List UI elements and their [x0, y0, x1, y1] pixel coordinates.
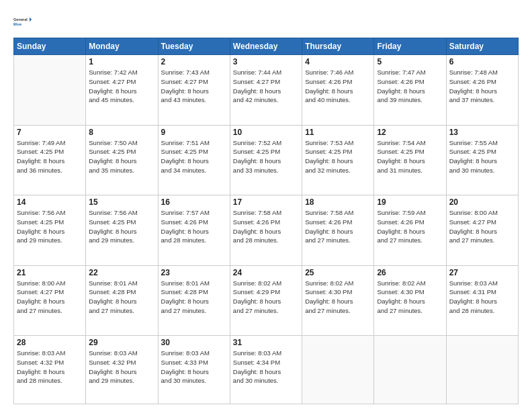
- calendar-cell: 26Sunrise: 8:02 AM Sunset: 4:30 PM Dayli…: [374, 265, 446, 336]
- header: General Blue: [13, 12, 519, 31]
- day-number: 3: [233, 57, 299, 66]
- calendar-cell: 11Sunrise: 7:53 AM Sunset: 4:25 PM Dayli…: [302, 125, 374, 195]
- week-row-3: 14Sunrise: 7:56 AM Sunset: 4:25 PM Dayli…: [14, 195, 519, 266]
- calendar-table: SundayMondayTuesdayWednesdayThursdayFrid…: [13, 38, 519, 404]
- calendar-cell: 23Sunrise: 8:01 AM Sunset: 4:28 PM Dayli…: [158, 265, 230, 336]
- day-number: 15: [89, 197, 154, 207]
- day-number: 4: [305, 57, 371, 66]
- weekday-header-row: SundayMondayTuesdayWednesdayThursdayFrid…: [14, 38, 519, 55]
- day-info: Sunrise: 8:02 AM Sunset: 4:30 PM Dayligh…: [305, 279, 371, 316]
- day-number: 26: [377, 268, 443, 277]
- day-info: Sunrise: 7:52 AM Sunset: 4:25 PM Dayligh…: [233, 138, 299, 175]
- calendar-cell: 17Sunrise: 7:58 AM Sunset: 4:26 PM Dayli…: [230, 195, 302, 266]
- day-number: 19: [377, 197, 443, 207]
- calendar-cell: [446, 336, 518, 404]
- calendar-cell: 5Sunrise: 7:47 AM Sunset: 4:26 PM Daylig…: [374, 55, 446, 126]
- day-info: Sunrise: 8:03 AM Sunset: 4:32 PM Dayligh…: [17, 349, 83, 385]
- day-info: Sunrise: 8:01 AM Sunset: 4:28 PM Dayligh…: [161, 279, 227, 316]
- weekday-header-thursday: Thursday: [302, 38, 374, 55]
- day-number: 16: [161, 197, 227, 207]
- day-info: Sunrise: 7:54 AM Sunset: 4:25 PM Dayligh…: [377, 138, 443, 175]
- weekday-header-sunday: Sunday: [14, 38, 86, 55]
- calendar-cell: 19Sunrise: 7:59 AM Sunset: 4:26 PM Dayli…: [374, 195, 446, 266]
- day-number: 10: [233, 128, 299, 137]
- day-info: Sunrise: 7:58 AM Sunset: 4:26 PM Dayligh…: [233, 208, 299, 245]
- calendar-cell: 9Sunrise: 7:51 AM Sunset: 4:25 PM Daylig…: [158, 125, 230, 195]
- day-number: 24: [233, 268, 299, 277]
- day-number: 20: [449, 197, 515, 207]
- day-number: 29: [89, 338, 154, 347]
- calendar-cell: 16Sunrise: 7:57 AM Sunset: 4:26 PM Dayli…: [158, 195, 230, 266]
- day-number: 2: [161, 57, 227, 66]
- calendar-cell: [302, 336, 374, 404]
- day-info: Sunrise: 7:48 AM Sunset: 4:26 PM Dayligh…: [449, 68, 515, 105]
- day-info: Sunrise: 7:43 AM Sunset: 4:27 PM Dayligh…: [161, 68, 227, 105]
- day-info: Sunrise: 7:53 AM Sunset: 4:25 PM Dayligh…: [305, 138, 371, 175]
- day-number: 7: [17, 128, 83, 137]
- day-number: 22: [89, 268, 154, 277]
- calendar-cell: 29Sunrise: 8:03 AM Sunset: 4:32 PM Dayli…: [86, 336, 158, 404]
- day-number: 11: [305, 128, 371, 137]
- day-info: Sunrise: 8:03 AM Sunset: 4:32 PM Dayligh…: [89, 349, 154, 385]
- week-row-5: 28Sunrise: 8:03 AM Sunset: 4:32 PM Dayli…: [14, 336, 519, 404]
- day-info: Sunrise: 7:47 AM Sunset: 4:26 PM Dayligh…: [377, 68, 443, 105]
- calendar-cell: 25Sunrise: 8:02 AM Sunset: 4:30 PM Dayli…: [302, 265, 374, 336]
- day-info: Sunrise: 8:00 AM Sunset: 4:27 PM Dayligh…: [449, 208, 515, 245]
- week-row-1: 1Sunrise: 7:42 AM Sunset: 4:27 PM Daylig…: [14, 55, 519, 126]
- day-info: Sunrise: 7:56 AM Sunset: 4:25 PM Dayligh…: [89, 208, 154, 245]
- calendar-cell: 7Sunrise: 7:49 AM Sunset: 4:25 PM Daylig…: [14, 125, 86, 195]
- day-info: Sunrise: 8:01 AM Sunset: 4:28 PM Dayligh…: [89, 279, 154, 316]
- calendar-cell: 14Sunrise: 7:56 AM Sunset: 4:25 PM Dayli…: [14, 195, 86, 266]
- calendar-cell: 8Sunrise: 7:50 AM Sunset: 4:25 PM Daylig…: [86, 125, 158, 195]
- calendar-cell: 6Sunrise: 7:48 AM Sunset: 4:26 PM Daylig…: [446, 55, 518, 126]
- calendar-cell: 31Sunrise: 8:03 AM Sunset: 4:34 PM Dayli…: [230, 336, 302, 404]
- day-number: 5: [377, 57, 443, 66]
- day-number: 31: [233, 338, 299, 347]
- calendar-cell: 13Sunrise: 7:55 AM Sunset: 4:25 PM Dayli…: [446, 125, 518, 195]
- calendar-cell: 21Sunrise: 8:00 AM Sunset: 4:27 PM Dayli…: [14, 265, 86, 336]
- page: General Blue SundayMondayTuesdayWednesda…: [0, 0, 532, 411]
- day-number: 25: [305, 268, 371, 277]
- week-row-4: 21Sunrise: 8:00 AM Sunset: 4:27 PM Dayli…: [14, 265, 519, 336]
- day-number: 14: [17, 197, 83, 207]
- day-info: Sunrise: 8:02 AM Sunset: 4:30 PM Dayligh…: [377, 279, 443, 316]
- calendar-cell: 27Sunrise: 8:03 AM Sunset: 4:31 PM Dayli…: [446, 265, 518, 336]
- day-info: Sunrise: 7:55 AM Sunset: 4:25 PM Dayligh…: [449, 138, 515, 175]
- day-number: 23: [161, 268, 227, 277]
- calendar-cell: 15Sunrise: 7:56 AM Sunset: 4:25 PM Dayli…: [86, 195, 158, 266]
- svg-text:Blue: Blue: [13, 22, 21, 26]
- weekday-header-wednesday: Wednesday: [230, 38, 302, 55]
- weekday-header-saturday: Saturday: [446, 38, 518, 55]
- calendar-cell: 2Sunrise: 7:43 AM Sunset: 4:27 PM Daylig…: [158, 55, 230, 126]
- day-number: 6: [449, 57, 515, 66]
- day-info: Sunrise: 8:03 AM Sunset: 4:31 PM Dayligh…: [449, 279, 515, 316]
- day-number: 17: [233, 197, 299, 207]
- day-number: 12: [377, 128, 443, 137]
- day-number: 8: [89, 128, 154, 137]
- calendar-cell: 22Sunrise: 8:01 AM Sunset: 4:28 PM Dayli…: [86, 265, 158, 336]
- calendar-cell: 12Sunrise: 7:54 AM Sunset: 4:25 PM Dayli…: [374, 125, 446, 195]
- calendar-cell: 4Sunrise: 7:46 AM Sunset: 4:26 PM Daylig…: [302, 55, 374, 126]
- day-info: Sunrise: 7:49 AM Sunset: 4:25 PM Dayligh…: [17, 138, 83, 175]
- calendar-cell: 28Sunrise: 8:03 AM Sunset: 4:32 PM Dayli…: [14, 336, 86, 404]
- svg-marker-2: [30, 17, 32, 21]
- weekday-header-monday: Monday: [86, 38, 158, 55]
- calendar-cell: 10Sunrise: 7:52 AM Sunset: 4:25 PM Dayli…: [230, 125, 302, 195]
- day-info: Sunrise: 7:50 AM Sunset: 4:25 PM Dayligh…: [89, 138, 154, 175]
- calendar-cell: 3Sunrise: 7:44 AM Sunset: 4:27 PM Daylig…: [230, 55, 302, 126]
- day-number: 1: [89, 57, 154, 66]
- day-info: Sunrise: 7:56 AM Sunset: 4:25 PM Dayligh…: [17, 208, 83, 245]
- day-number: 13: [449, 128, 515, 137]
- calendar-cell: 1Sunrise: 7:42 AM Sunset: 4:27 PM Daylig…: [86, 55, 158, 126]
- day-number: 27: [449, 268, 515, 277]
- week-row-2: 7Sunrise: 7:49 AM Sunset: 4:25 PM Daylig…: [14, 125, 519, 195]
- day-info: Sunrise: 8:03 AM Sunset: 4:33 PM Dayligh…: [161, 349, 227, 385]
- day-info: Sunrise: 7:42 AM Sunset: 4:27 PM Dayligh…: [89, 68, 154, 105]
- day-number: 30: [161, 338, 227, 347]
- day-number: 28: [17, 338, 83, 347]
- day-info: Sunrise: 8:02 AM Sunset: 4:29 PM Dayligh…: [233, 279, 299, 316]
- calendar-cell: 18Sunrise: 7:58 AM Sunset: 4:26 PM Dayli…: [302, 195, 374, 266]
- calendar-cell: 30Sunrise: 8:03 AM Sunset: 4:33 PM Dayli…: [158, 336, 230, 404]
- weekday-header-friday: Friday: [374, 38, 446, 55]
- day-number: 9: [161, 128, 227, 137]
